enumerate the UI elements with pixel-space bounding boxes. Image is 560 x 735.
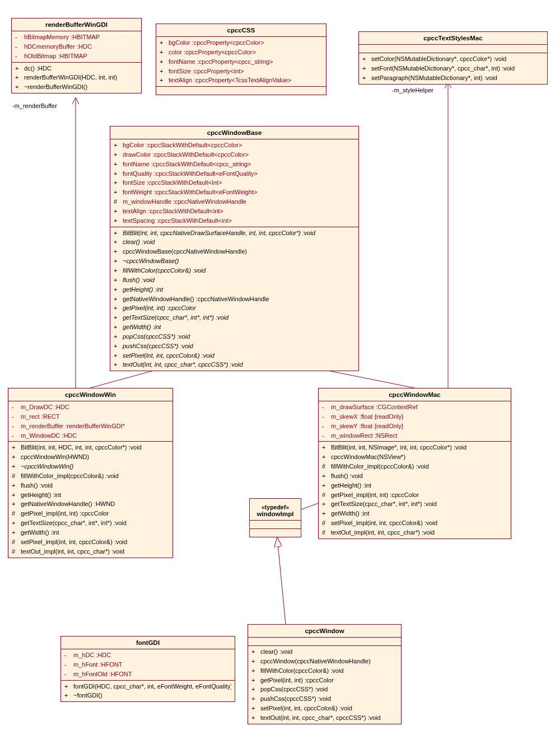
class-title: cpccWindowWin — [8, 388, 172, 401]
visibility: + — [12, 528, 21, 537]
visibility: + — [114, 160, 123, 168]
op-row: +getHeight() :int — [8, 490, 172, 500]
signature: ~cpccWindowWin() — [21, 462, 169, 471]
visibility: + — [251, 676, 260, 685]
class-cpccWindowMac: cpccWindowMac-m_drawSurface :CGContextRe… — [318, 388, 511, 539]
attr-section — [359, 45, 547, 53]
attr-row: +textSpacing :cpccStackWithDefault<int> — [110, 216, 358, 226]
class-cpccWindow: cpccWindow+clear() :void+cpccWindow(cpcc… — [248, 624, 402, 724]
attr-row: -m_skewX :float {readOnly} — [319, 412, 511, 422]
visibility: + — [160, 76, 169, 85]
signature: ~fontGDI() — [73, 691, 231, 700]
op-row: +textOut(int, int, cpcc_char*, cpccCSS*)… — [248, 713, 401, 723]
op-row: +~cpccWindowBase() — [110, 256, 358, 266]
op-row: +popCss(cpccCSS*) :void — [110, 332, 358, 341]
visibility: + — [114, 285, 123, 294]
op-row: +pushCss(cpccCSS*) :void — [248, 694, 401, 704]
attr-section: -m_drawSurface :CGContextRef-m_skewX :fl… — [319, 401, 511, 442]
attr-row: -hDCmemoryBuffer :HDC — [12, 42, 141, 52]
visibility: + — [251, 685, 260, 694]
visibility: + — [12, 491, 21, 499]
op-row: +cpccWindowWin(HWND) — [8, 452, 172, 462]
signature: m_hDC :HDC — [73, 651, 231, 659]
attr-row: -hBitmapMemory :HBITMAP — [12, 32, 141, 42]
visibility: # — [12, 509, 21, 518]
visibility: + — [12, 519, 21, 527]
signature: m_hFont :HFONT — [73, 661, 231, 669]
class-name: cpccWindowWin — [11, 391, 170, 398]
signature: getNativeWindowHandle() :HWND — [21, 500, 169, 508]
class-title: cpccWindowBase — [110, 127, 358, 139]
attr-section — [250, 521, 301, 529]
signature: textOut_impl(int, int, cpcc_char*) :void — [331, 528, 507, 537]
visibility: + — [114, 323, 123, 331]
op-section: +BitBlit(int, int, HDC, int, int, cpccCo… — [8, 442, 172, 557]
visibility: + — [114, 229, 123, 237]
op-row: #setPixel_impl(int, int, cpccColor&) :vo… — [319, 518, 511, 528]
op-row: #fillWithColor_impl(cpccColor&) :void — [8, 471, 172, 481]
class-title: cpccWindow — [248, 625, 401, 638]
signature: setPixel_impl(int, int, cpccColor&) :voi… — [331, 519, 507, 527]
signature: fontName :cpccStackWithDefault<cpcc_stri… — [123, 160, 355, 168]
op-row: +getPixel(int, int) :cpccColor — [110, 303, 358, 313]
op-row: +getPixel(int, int) :cpccColor — [248, 676, 401, 685]
visibility: + — [114, 247, 123, 256]
op-row: +flush() :void — [110, 275, 358, 285]
visibility: - — [12, 432, 21, 440]
op-row: +~renderBufferWinGDI() — [12, 82, 141, 92]
signature: textOut(int, int, cpcc_char*, cpccCSS*) … — [260, 714, 398, 722]
signature: getHeight() :int — [21, 491, 169, 499]
visibility: + — [12, 462, 21, 471]
visibility: + — [114, 238, 123, 246]
attr-row: +fontSize :cpccStackWithDefault<int> — [110, 178, 358, 188]
op-row: +setParagraph(NSMutableDictionary*, int)… — [359, 73, 547, 83]
visibility: + — [322, 472, 331, 480]
op-row: +renderBufferWinGDI(HDC, int, int) — [12, 73, 141, 82]
visibility: + — [12, 453, 21, 461]
signature: getWidth() :int — [123, 323, 355, 331]
visibility: - — [15, 43, 24, 51]
visibility: - — [12, 422, 21, 430]
signature: color :cpccProperty<cpccColor> — [169, 48, 323, 57]
signature: m_rect :RECT — [21, 413, 169, 421]
op-row: +popCss(cpccCSS*) :void — [248, 685, 401, 694]
op-section: +BitBlit(int, int, cpccNativeDrawSurface… — [110, 227, 358, 371]
op-row: +cpccWindowMac(NSView*) — [319, 452, 511, 462]
signature: fontSize :cpccStackWithDefault<int> — [123, 179, 355, 187]
visibility: + — [362, 74, 371, 82]
visibility: + — [15, 73, 24, 82]
attr-section: -m_DrawDC :HDC-m_rect :RECT-m_renderBuff… — [8, 401, 172, 442]
attr-row: +textAlign :cpccProperty<TcssTextAlignVa… — [156, 76, 326, 85]
signature: getPixel(int, int) :cpccColor — [260, 676, 398, 685]
visibility: + — [15, 83, 24, 91]
signature: m_windowHandle :cpccNativeWindowHandle — [123, 198, 355, 206]
op-row: +setFont(NSMutableDictionary*, cpcc_char… — [359, 64, 547, 73]
signature: getWidth() :int — [21, 528, 169, 537]
signature: textOut_impl(int, int, cpcc_char*) :void — [21, 547, 169, 556]
visibility: + — [114, 207, 123, 216]
attr-row: +fontName :cpccProperty<cpcc_string> — [156, 57, 326, 67]
class-name: fontGDI — [63, 639, 232, 646]
attr-row: +fontSize :cpccProperty<int> — [156, 67, 326, 76]
attr-row: +drawColor :cpccStackWithDefault<cpccCol… — [110, 150, 358, 160]
signature: drawColor :cpccStackWithDefault<cpccColo… — [123, 151, 355, 159]
op-row: +pushCss(cpccCSS*) :void — [110, 341, 358, 351]
class-windowImpl: «typedef»windowImpl — [249, 498, 301, 537]
signature: cpccWindowMac(NSView*) — [331, 453, 507, 461]
signature: setParagraph(NSMutableDictionary*, int) … — [371, 74, 544, 82]
op-section — [156, 87, 326, 95]
visibility: - — [12, 413, 21, 421]
visibility: # — [322, 491, 331, 499]
op-section: +dc() :HDC+renderBufferWinGDI(HDC, int, … — [12, 63, 141, 93]
signature: popCss(cpccCSS*) :void — [123, 333, 355, 341]
visibility: + — [114, 342, 123, 350]
visibility: + — [322, 453, 331, 461]
edge-label-stylehelper: -m_styleHelper — [392, 87, 433, 93]
op-row: +getTextSize(cpcc_char*, int*, int*) :vo… — [319, 499, 511, 509]
signature: fillWithColor(cpccColor&) :void — [260, 667, 398, 675]
op-row: +fillWithColor(cpccColor&) :void — [248, 666, 401, 676]
attr-section: -m_hDC :HDC-m_hFont :HFONT-m_hFontOld :H… — [61, 649, 235, 681]
attr-row: -m_windowRect :NSRect — [319, 431, 511, 441]
op-row: #textOut_impl(int, int, cpcc_char*) :voi… — [8, 547, 172, 556]
visibility: - — [15, 33, 24, 41]
